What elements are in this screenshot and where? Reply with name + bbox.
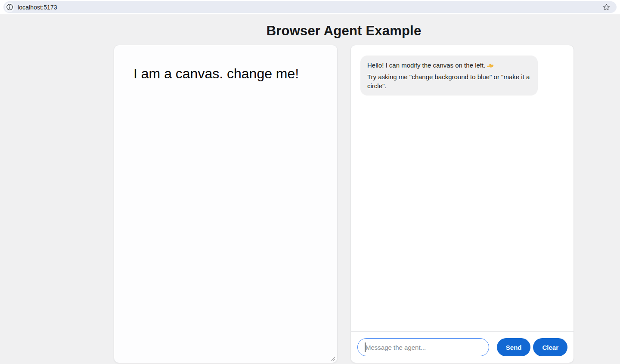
clear-button[interactable]: Clear bbox=[533, 338, 567, 356]
chat-messages-area: Hello! I can modify the canvas on the le… bbox=[351, 45, 574, 331]
bookmark-star-icon[interactable] bbox=[600, 2, 613, 12]
message-line-2: Try asking me "change background to blue… bbox=[367, 72, 531, 90]
chat-input-row: Send Clear bbox=[351, 331, 574, 363]
url-bar[interactable]: localhost:5173 bbox=[3, 1, 617, 13]
message-line-1: Hello! I can modify the canvas on the le… bbox=[367, 61, 531, 72]
point-left-emoji bbox=[487, 61, 494, 68]
chat-panel: Hello! I can modify the canvas on the le… bbox=[350, 45, 574, 363]
app-container: Browser Agent Example I am a canvas. cha… bbox=[114, 23, 574, 363]
canvas-panel: I am a canvas. change me! bbox=[114, 45, 338, 363]
send-button[interactable]: Send bbox=[497, 338, 531, 356]
canvas-text: I am a canvas. change me! bbox=[114, 45, 337, 82]
resize-grip-icon[interactable] bbox=[331, 356, 335, 361]
agent-message-bubble: Hello! I can modify the canvas on the le… bbox=[360, 56, 538, 96]
site-info-icon[interactable] bbox=[5, 3, 14, 12]
page-title: Browser Agent Example bbox=[114, 23, 574, 39]
message-line-1-text: Hello! I can modify the canvas on the le… bbox=[367, 62, 485, 69]
browser-chrome-bar: localhost:5173 bbox=[0, 0, 620, 14]
message-input[interactable] bbox=[357, 338, 489, 356]
text-caret bbox=[365, 342, 366, 352]
url-text: localhost:5173 bbox=[18, 4, 57, 11]
panels-row: I am a canvas. change me! Hello! I can m… bbox=[114, 45, 574, 363]
message-input-wrap bbox=[357, 338, 489, 356]
